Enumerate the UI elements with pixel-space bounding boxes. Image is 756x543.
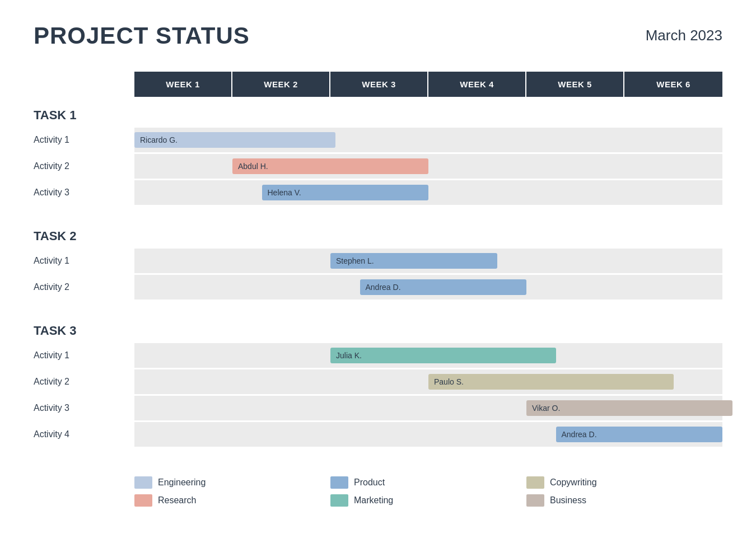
activity-bar: Julia K. — [330, 348, 556, 363]
activity-bar: Vikar O. — [526, 400, 732, 416]
task-3-activity-3-label: Activity 3 — [34, 396, 134, 420]
legend-research: Research — [134, 494, 330, 507]
legend: Engineering Research Product Marketing C… — [34, 476, 722, 507]
task-2-activity-2-label: Activity 2 — [34, 275, 134, 299]
date-label: March 2023 — [646, 27, 722, 44]
activity-bar: Andrea D. — [556, 427, 723, 442]
task-1-label: TASK 1 — [34, 97, 134, 126]
task-3-activity-2-grid: Paulo S. — [134, 369, 722, 394]
page-title: PROJECT STATUS — [34, 22, 250, 49]
activity-bar: Paulo S. — [428, 374, 674, 390]
copywriting-label: Copywriting — [550, 478, 597, 488]
legend-copywriting: Copywriting — [526, 476, 722, 489]
task-3-activity-4-row: Activity 4 Andrea D. — [34, 422, 722, 447]
task-3-header-row: TASK 3 — [34, 312, 722, 341]
legend-col-1: Engineering Research — [134, 476, 330, 507]
task-3-activity-1-grid: Julia K. — [134, 343, 722, 368]
task-1-activity-2-row: Activity 2 Abdul H. — [34, 154, 722, 179]
marketing-swatch — [330, 494, 348, 507]
task-1-header-cell-1 — [134, 97, 232, 126]
task-2-activity-2-grid: Andrea D. — [134, 275, 722, 299]
task-3-activity-1-row: Activity 1 Julia K. — [34, 343, 722, 368]
task-1-activity-3-label: Activity 3 — [34, 180, 134, 205]
week-3-header: WEEK 3 — [330, 72, 428, 97]
engineering-swatch — [134, 476, 152, 489]
task-3-label: TASK 3 — [34, 312, 134, 341]
legend-product: Product — [330, 476, 526, 489]
task-3-section: TASK 3 Activity 1 Julia K. Activity 2 Pa… — [34, 312, 722, 455]
research-swatch — [134, 494, 152, 507]
activity-bar: Andrea D. — [360, 279, 527, 295]
task-3-activity-3-grid: Vikar O. — [134, 396, 722, 420]
task-2-activity-2-row: Activity 2 Andrea D. — [34, 275, 722, 299]
business-swatch — [526, 494, 544, 507]
task-3-divider — [34, 448, 722, 455]
week-2-header: WEEK 2 — [232, 72, 330, 97]
task-3-activity-4-label: Activity 4 — [34, 422, 134, 447]
week-6-header: WEEK 6 — [624, 72, 722, 97]
legend-col-3: Copywriting Business — [526, 476, 722, 507]
legend-marketing: Marketing — [330, 494, 526, 507]
task-1-activity-2-label: Activity 2 — [34, 154, 134, 179]
task-1-header-cell-5 — [526, 97, 624, 126]
task-1-activity-1-label: Activity 1 — [34, 128, 134, 152]
task-1-activity-3-row: Activity 3 Helena V. — [34, 180, 722, 205]
task-1-header-cell-3 — [330, 97, 428, 126]
task-1-activity-1-row: Activity 1 Ricardo G. — [34, 128, 722, 152]
task-2-label: TASK 2 — [34, 218, 134, 247]
task-3-activity-1-label: Activity 1 — [34, 343, 134, 368]
task-1-activity-1-grid: Ricardo G. — [134, 128, 722, 152]
week-5-header: WEEK 5 — [526, 72, 624, 97]
activity-bar: Stephen L. — [330, 253, 497, 269]
task-2-activity-1-grid: Stephen L. — [134, 249, 722, 273]
task-3-activity-4-grid: Andrea D. — [134, 422, 722, 447]
legend-business: Business — [526, 494, 722, 507]
activity-bar: Helena V. — [262, 185, 429, 200]
legend-engineering: Engineering — [134, 476, 330, 489]
task-2-header-row: TASK 2 — [34, 218, 722, 247]
product-swatch — [330, 476, 348, 489]
gantt-chart: WEEK 1 WEEK 2 WEEK 3 WEEK 4 WEEK 5 WEEK … — [34, 72, 722, 507]
engineering-label: Engineering — [158, 478, 206, 488]
marketing-label: Marketing — [354, 495, 393, 505]
task-1-divider — [34, 207, 722, 213]
research-label: Research — [158, 495, 196, 505]
task-2-divider — [34, 301, 722, 308]
task-1-header-cell-2 — [232, 97, 330, 126]
header-label-col — [34, 72, 134, 97]
task-3-activity-3-row: Activity 3 Vikar O. — [34, 396, 722, 420]
gantt-header: WEEK 1 WEEK 2 WEEK 3 WEEK 4 WEEK 5 WEEK … — [34, 72, 722, 97]
legend-col-2: Product Marketing — [330, 476, 526, 507]
activity-bar: Ricardo G. — [134, 132, 335, 148]
task-1-header-cell-4 — [428, 97, 526, 126]
task-2-activity-1-label: Activity 1 — [34, 249, 134, 273]
product-label: Product — [354, 478, 385, 488]
task-2-activity-1-row: Activity 1 Stephen L. — [34, 249, 722, 273]
week-1-header: WEEK 1 — [134, 72, 232, 97]
task-3-activity-2-row: Activity 2 Paulo S. — [34, 369, 722, 394]
task-1-activity-3-grid: Helena V. — [134, 180, 722, 205]
task-2-section: TASK 2 Activity 1 Stephen L. Activity 2 … — [34, 218, 722, 308]
task-1-header-row: TASK 1 — [34, 97, 722, 126]
activity-bar: Abdul H. — [232, 158, 428, 174]
task-3-activity-2-label: Activity 2 — [34, 369, 134, 394]
task-1-section: TASK 1 Activity 1 Ricardo G. Activity 2 … — [34, 97, 722, 213]
business-label: Business — [550, 495, 586, 505]
page-header: PROJECT STATUS March 2023 — [34, 22, 722, 49]
copywriting-swatch — [526, 476, 544, 489]
task-1-activity-2-grid: Abdul H. — [134, 154, 722, 179]
week-4-header: WEEK 4 — [428, 72, 526, 97]
task-1-header-cell-6 — [624, 97, 722, 126]
